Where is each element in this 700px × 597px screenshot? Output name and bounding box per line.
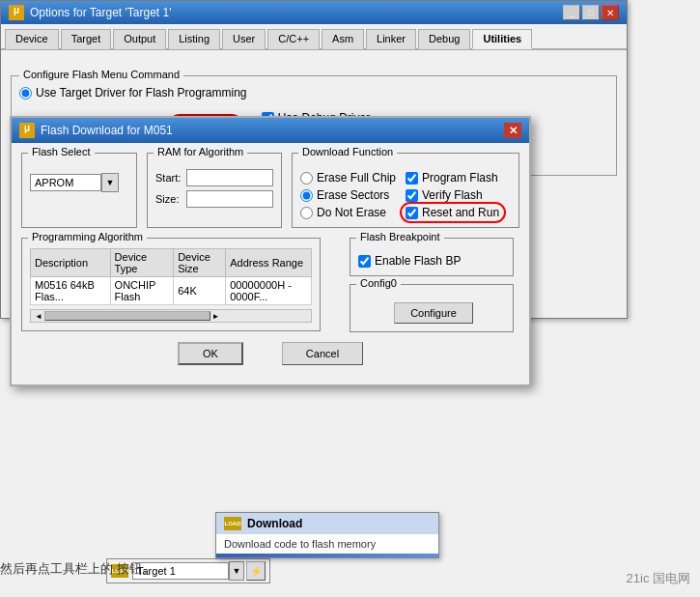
config0-label: Config0 bbox=[356, 277, 401, 289]
download-popup-title: Download bbox=[247, 517, 302, 530]
use-target-driver-radio[interactable] bbox=[19, 87, 32, 100]
download-function-inner: Erase Full Chip Erase Sectors Do Not Era… bbox=[300, 167, 511, 219]
col-device-size: Device Size bbox=[174, 249, 226, 277]
cancel-button[interactable]: Cancel bbox=[282, 342, 363, 365]
erase-full-chip-row: Erase Full Chip bbox=[300, 171, 406, 185]
toolbar-icon: ⚡ bbox=[250, 566, 262, 577]
prog-algo-group: Programming Algorithm Description Device… bbox=[21, 238, 321, 331]
close-button[interactable]: ✕ bbox=[602, 5, 619, 20]
tab-cpp[interactable]: C/C++ bbox=[267, 29, 320, 49]
toolbar-icon-button[interactable]: ⚡ bbox=[246, 561, 266, 581]
tab-user[interactable]: User bbox=[222, 29, 266, 49]
download-popup: LOAD Download Download code to flash mem… bbox=[215, 512, 439, 558]
download-load-text: LOAD bbox=[225, 521, 241, 526]
reset-run-label: Reset and Run bbox=[422, 206, 499, 219]
radio-use-target-driver: Use Target Driver for Flash Programming bbox=[19, 86, 608, 100]
dialog-close-button[interactable]: ✕ bbox=[504, 123, 521, 138]
ram-size-input[interactable]: 0x800 bbox=[186, 190, 273, 208]
target-dropdown-arrow[interactable]: ▼ bbox=[229, 561, 244, 581]
tab-output[interactable]: Output bbox=[113, 29, 166, 49]
col-description: Description bbox=[31, 249, 111, 277]
bottom-instruction: 然后再点工具栏上的 按钮。 bbox=[0, 560, 154, 578]
dialog-middle: Programming Algorithm Description Device… bbox=[21, 228, 519, 332]
table-cell: M0516 64kB Flas... bbox=[31, 277, 111, 305]
table-row: M0516 64kB Flas...ONCHIP Flash64K0000000… bbox=[31, 277, 312, 305]
tab-utilities[interactable]: Utilities bbox=[472, 29, 532, 49]
verify-flash-checkbox[interactable] bbox=[406, 189, 418, 202]
tab-device[interactable]: Device bbox=[5, 29, 59, 49]
dialog-title: Flash Download for M051 bbox=[41, 124, 173, 137]
scroll-right-icon[interactable]: ► bbox=[210, 312, 222, 321]
reset-run-checkbox[interactable] bbox=[406, 207, 418, 219]
flash-select-group: Flash Select APROM ▼ bbox=[21, 153, 137, 228]
flash-bp-label: Flash Breakpoint bbox=[356, 231, 444, 242]
prog-algo-label: Programming Algorithm bbox=[28, 231, 147, 242]
download-radios: Erase Full Chip Erase Sectors Do Not Era… bbox=[300, 167, 406, 219]
ram-start-label: Start: bbox=[155, 172, 186, 184]
tab-linker[interactable]: Linker bbox=[366, 29, 416, 49]
ram-group: RAM for Algorithm Start: 0x20000000 Size… bbox=[147, 153, 282, 228]
download-checkboxes: Program Flash Verify Flash Reset and Run bbox=[406, 167, 511, 219]
ram-size-label: Size: bbox=[155, 193, 186, 205]
maximize-button[interactable]: □ bbox=[582, 5, 600, 20]
flash-download-dialog: μ Flash Download for M051 ✕ Flash Select… bbox=[10, 116, 531, 386]
tab-debug[interactable]: Debug bbox=[418, 29, 470, 49]
ok-button[interactable]: OK bbox=[178, 342, 243, 365]
algo-scrollbar[interactable]: ◄ ► bbox=[30, 309, 312, 323]
options-title: Options for Target 'Target 1' bbox=[30, 6, 171, 19]
dialog-bottom-buttons: OK Cancel bbox=[21, 332, 519, 375]
dialog-top-row: Flash Select APROM ▼ RAM for Algorithm S… bbox=[21, 153, 519, 228]
dialog-icon: μ bbox=[19, 123, 35, 138]
erase-sectors-label: Erase Sectors bbox=[317, 188, 389, 202]
col-device-type: Device Type bbox=[110, 249, 174, 277]
flash-select-arrow[interactable]: ▼ bbox=[101, 173, 119, 192]
chinese-suffix: 按钮。 bbox=[117, 561, 154, 576]
enable-flash-bp-row: Enable Flash BP bbox=[358, 254, 505, 268]
configure-button[interactable]: Configure bbox=[394, 302, 473, 324]
do-not-erase-row: Do Not Erase bbox=[300, 206, 406, 219]
tab-asm[interactable]: Asm bbox=[322, 29, 364, 49]
erase-full-chip-radio[interactable] bbox=[300, 172, 313, 185]
verify-flash-row: Verify Flash bbox=[406, 188, 511, 202]
col-address-range: Address Range bbox=[226, 249, 312, 277]
download-popup-description: Download code to flash memory bbox=[216, 534, 438, 554]
watermark-text: 21ic 国电网 bbox=[627, 571, 690, 585]
program-flash-label: Program Flash bbox=[422, 171, 498, 185]
download-popup-border bbox=[216, 554, 438, 557]
options-titlebar: μ Options for Target 'Target 1' _ □ ✕ bbox=[1, 1, 627, 24]
ram-group-label: RAM for Algorithm bbox=[154, 146, 247, 157]
chinese-prefix: 然后再点工具栏上的 bbox=[0, 561, 113, 576]
use-target-driver-label: Use Target Driver for Flash Programming bbox=[36, 86, 247, 100]
dialog-middle-left: Programming Algorithm Description Device… bbox=[21, 228, 330, 332]
table-cell: ONCHIP Flash bbox=[110, 277, 174, 305]
config0-group: Config0 Configure bbox=[350, 284, 514, 332]
erase-sectors-radio[interactable] bbox=[300, 189, 313, 202]
right-groups: Flash Breakpoint Enable Flash BP Config0… bbox=[350, 238, 519, 332]
enable-flash-bp-checkbox[interactable] bbox=[358, 255, 371, 268]
download-icon: LOAD bbox=[224, 517, 241, 530]
dialog-middle-right: Flash Breakpoint Enable Flash BP Config0… bbox=[330, 228, 519, 332]
program-flash-checkbox[interactable] bbox=[406, 172, 418, 185]
reset-run-row: Reset and Run bbox=[406, 206, 511, 219]
watermark: 21ic 国电网 bbox=[627, 570, 690, 587]
table-cell: 64K bbox=[174, 277, 226, 305]
scrollbar-thumb[interactable] bbox=[44, 311, 210, 321]
tab-bar: Device Target Output Listing User C/C++ … bbox=[1, 24, 627, 50]
configure-flash-label: Configure Flash Menu Command bbox=[19, 69, 183, 80]
options-icon: μ bbox=[9, 5, 24, 20]
download-function-group: Download Function Erase Full Chip Erase … bbox=[292, 153, 519, 228]
dialog-content: Flash Select APROM ▼ RAM for Algorithm S… bbox=[12, 143, 529, 384]
do-not-erase-radio[interactable] bbox=[300, 207, 313, 219]
flash-select-dropdown: APROM ▼ bbox=[30, 173, 128, 192]
erase-sectors-row: Erase Sectors bbox=[300, 188, 406, 202]
program-flash-row: Program Flash bbox=[406, 171, 511, 185]
tab-listing[interactable]: Listing bbox=[168, 29, 220, 49]
minimize-button[interactable]: _ bbox=[563, 5, 580, 20]
enable-flash-bp-label: Enable Flash BP bbox=[375, 254, 461, 268]
flash-select-value[interactable]: APROM bbox=[30, 174, 101, 191]
tab-target[interactable]: Target bbox=[61, 29, 112, 49]
flash-select-label: Flash Select bbox=[28, 146, 95, 157]
ram-start-input[interactable]: 0x20000000 bbox=[186, 169, 273, 186]
download-popup-header[interactable]: LOAD Download bbox=[216, 513, 438, 534]
scroll-left-icon[interactable]: ◄ bbox=[33, 312, 44, 321]
